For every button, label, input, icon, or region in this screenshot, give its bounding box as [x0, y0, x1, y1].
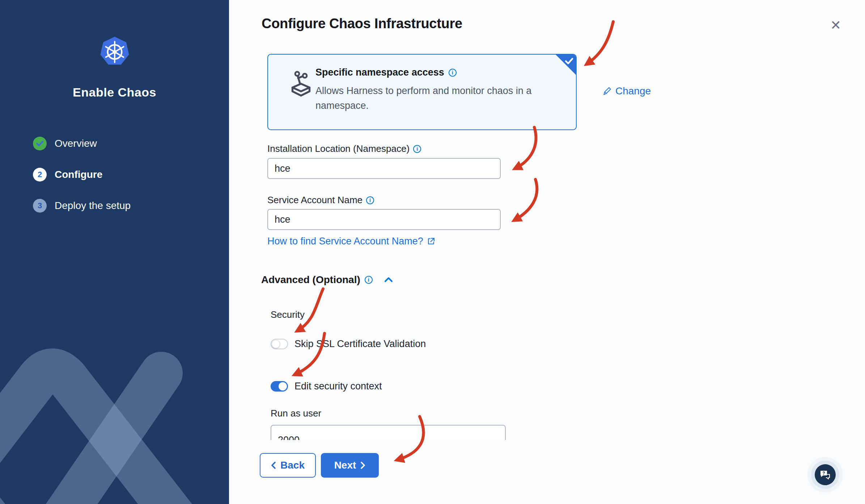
wizard-sidebar: Enable Chaos Overview 2 Configure 3 Depl… — [0, 0, 229, 504]
help-link-label: How to find Service Account Name? — [267, 236, 423, 247]
namespace-field-label: Installation Location (Namespace) i — [267, 143, 421, 154]
external-link-icon — [427, 237, 435, 245]
scroll-clipped-region — [271, 425, 506, 440]
info-icon[interactable]: i — [365, 276, 373, 284]
service-account-input[interactable] — [267, 209, 501, 230]
step-number-circle: 3 — [33, 199, 47, 213]
namespace-field-label-text: Installation Location (Namespace) — [267, 143, 410, 154]
access-card-description: Allows Harness to perform and monitor ch… — [315, 84, 547, 113]
step-label: Deploy the setup — [55, 200, 131, 212]
info-icon[interactable]: i — [449, 69, 457, 77]
run-as-user-label: Run as user — [271, 408, 321, 419]
configure-chaos-infrastructure-screen: Enable Chaos Overview 2 Configure 3 Depl… — [0, 0, 865, 504]
run-as-user-label-text: Run as user — [271, 408, 321, 419]
kubernetes-logo-icon — [99, 35, 130, 67]
info-icon[interactable]: i — [413, 145, 421, 153]
advanced-section-heading: Advanced (Optional) i — [261, 274, 394, 286]
step-number-circle: 2 — [33, 168, 47, 181]
security-group-label: Security — [271, 309, 305, 320]
help-chat-icon: ? — [819, 469, 831, 480]
pencil-icon — [602, 86, 612, 96]
next-button[interactable]: Next — [321, 453, 379, 478]
skip-ssl-toggle-label: Skip SSL Certificate Validation — [294, 338, 426, 350]
advanced-heading-text: Advanced (Optional) — [261, 274, 360, 286]
namespace-box-icon — [291, 71, 311, 98]
sidebar-step-configure[interactable]: 2 Configure — [33, 167, 102, 182]
back-button-label: Back — [280, 460, 305, 471]
namespace-input[interactable] — [267, 158, 501, 179]
change-link-label: Change — [615, 85, 651, 97]
svg-text:?: ? — [822, 471, 825, 476]
namespace-access-card[interactable]: Specific namespace access i Allows Harne… — [267, 54, 577, 130]
skip-ssl-toggle-row: Skip SSL Certificate Validation — [271, 338, 426, 350]
step-label: Configure — [55, 169, 102, 180]
run-as-user-input[interactable] — [271, 425, 506, 440]
service-account-field-label-text: Service Account Name — [267, 195, 362, 206]
access-card-title: Specific namespace access — [315, 67, 444, 78]
sidebar-step-overview[interactable]: Overview — [33, 136, 97, 151]
check-icon — [36, 141, 43, 146]
harness-watermark — [0, 312, 229, 504]
skip-ssl-toggle[interactable] — [271, 339, 288, 349]
next-button-label: Next — [334, 460, 356, 471]
step-complete-circle — [33, 137, 47, 150]
sidebar-step-deploy[interactable]: 3 Deploy the setup — [33, 198, 131, 213]
selected-check-icon — [565, 57, 573, 65]
info-icon[interactable]: i — [366, 196, 374, 204]
help-button[interactable]: ? — [815, 464, 836, 485]
edit-security-context-toggle[interactable] — [271, 381, 288, 392]
chevron-right-icon — [360, 461, 365, 469]
wizard-title: Enable Chaos — [0, 85, 229, 99]
chevron-left-icon — [271, 461, 276, 469]
step-label: Overview — [55, 138, 97, 149]
change-link[interactable]: Change — [602, 85, 651, 97]
service-account-help-link[interactable]: How to find Service Account Name? — [267, 236, 435, 247]
dialog-title: Configure Chaos Infrastructure — [262, 16, 462, 31]
chevron-up-icon[interactable] — [383, 276, 394, 283]
dialog-body: Configure Chaos Infrastructure ✕ Specifi… — [229, 0, 865, 504]
edit-security-context-toggle-label: Edit security context — [294, 381, 382, 392]
back-button[interactable]: Back — [260, 453, 316, 478]
service-account-field-label: Service Account Name i — [267, 195, 374, 206]
close-icon[interactable]: ✕ — [828, 17, 844, 33]
edit-security-context-toggle-row: Edit security context — [271, 381, 382, 392]
